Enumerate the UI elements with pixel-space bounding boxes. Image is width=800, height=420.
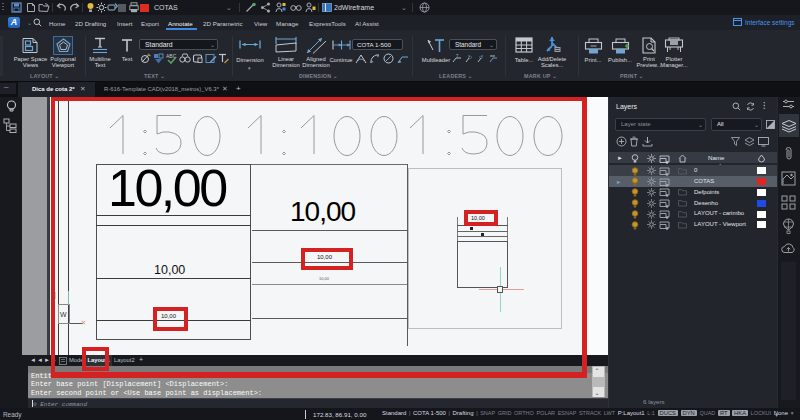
svg-text:↻: ↻ [468, 54, 472, 60]
svg-text:T: T [456, 54, 459, 59]
svg-text:↺: ↺ [479, 54, 483, 60]
